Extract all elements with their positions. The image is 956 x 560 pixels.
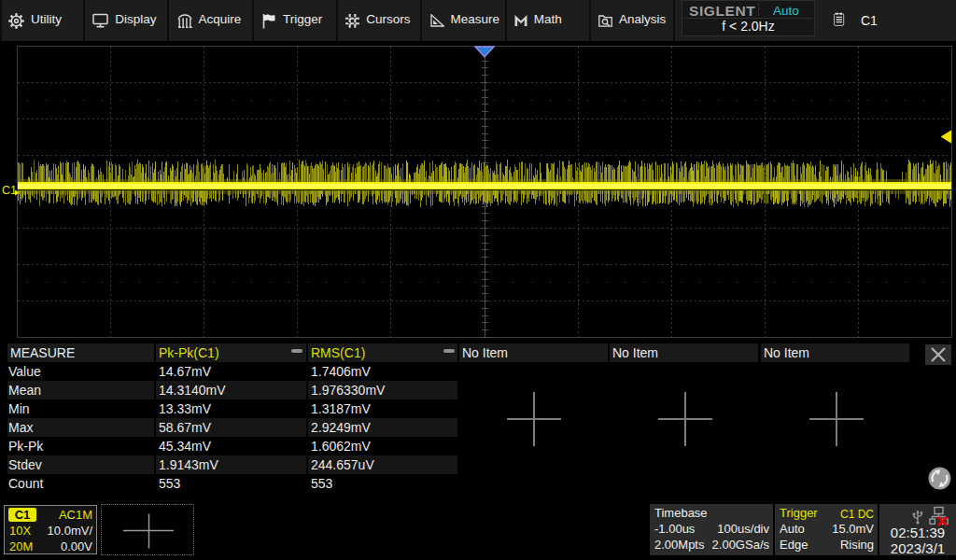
svg-text:C1: C1 [2,184,17,197]
